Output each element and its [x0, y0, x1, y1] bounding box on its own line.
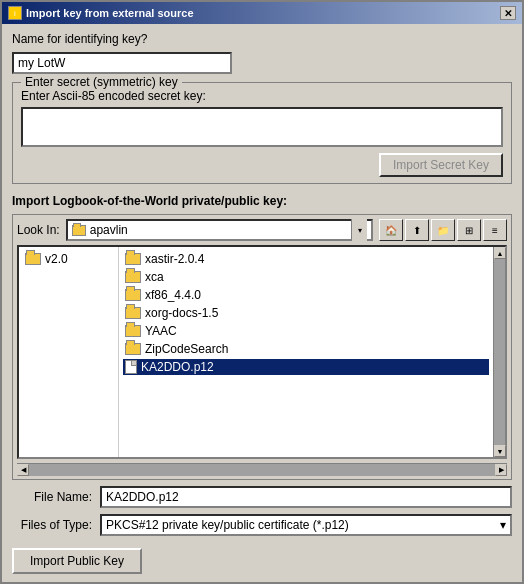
scroll-left-button[interactable]: ◀	[17, 464, 29, 476]
files-of-type-label: Files of Type:	[12, 518, 92, 532]
file-name-row: File Name:	[12, 486, 512, 508]
list-item[interactable]: xf86_4.4.0	[123, 287, 489, 303]
scroll-right-button[interactable]: ▶	[495, 464, 507, 476]
h-scroll-track	[29, 464, 495, 476]
file-browser: Look In: apavlin ▾ 🏠 ⬆ 📁 ⊞ ≡	[12, 214, 512, 480]
file-right-col: xastir-2.0.4 xca xf86_4.4.0 xorg-do	[119, 247, 493, 457]
file-name-input[interactable]	[100, 486, 512, 508]
look-in-label: Look In:	[17, 223, 60, 237]
main-window: i Import key from external source ✕ Name…	[0, 0, 524, 584]
scroll-down-button[interactable]: ▼	[494, 445, 506, 457]
file-left-col: v2.0	[19, 247, 119, 457]
list-item[interactable]: v2.0	[23, 251, 114, 267]
secret-key-input[interactable]	[21, 107, 503, 147]
list-item-selected[interactable]: KA2DDO.p12	[123, 359, 489, 375]
grid-view-button[interactable]: ⊞	[457, 219, 481, 241]
file-list-container: v2.0 xastir-2.0.4 xca	[17, 245, 507, 459]
list-item[interactable]: YAAC	[123, 323, 489, 339]
look-in-select[interactable]: apavlin ▾	[66, 219, 373, 241]
window-icon: i	[8, 6, 22, 20]
folder-icon-sm	[72, 225, 86, 236]
import-public-button[interactable]: Import Public Key	[12, 548, 142, 574]
list-view-button[interactable]: ≡	[483, 219, 507, 241]
look-in-value: apavlin	[90, 223, 128, 237]
list-item[interactable]: xastir-2.0.4	[123, 251, 489, 267]
file-icon	[125, 360, 137, 374]
files-of-type-row: Files of Type: PKCS#12 private key/publi…	[12, 514, 512, 536]
secret-group-label: Enter secret (symmetric) key	[21, 75, 182, 89]
secret-key-group: Enter secret (symmetric) key Enter Ascii…	[12, 82, 512, 184]
folder-icon	[125, 271, 141, 283]
files-of-type-select[interactable]: PKCS#12 private key/public certificate (…	[100, 514, 512, 536]
folder-icon	[25, 253, 41, 265]
up-button[interactable]: ⬆	[405, 219, 429, 241]
private-public-label: Import Logbook-of-the-World private/publ…	[12, 194, 512, 208]
vertical-scrollbar[interactable]: ▲ ▼	[493, 247, 505, 457]
content-area: Name for identifying key? Enter secret (…	[2, 24, 522, 544]
folder-icon	[125, 289, 141, 301]
toolbar-icons: 🏠 ⬆ 📁 ⊞ ≡	[379, 219, 507, 241]
scroll-track	[494, 259, 505, 445]
folder-icon	[125, 253, 141, 265]
files-of-type-value: PKCS#12 private key/public certificate (…	[106, 518, 349, 532]
files-of-type-arrow[interactable]: ▾	[500, 518, 506, 532]
window-title: Import key from external source	[26, 7, 194, 19]
ascii-label: Enter Ascii-85 encoded secret key:	[21, 89, 503, 103]
scroll-up-button[interactable]: ▲	[494, 247, 506, 259]
import-secret-button[interactable]: Import Secret Key	[379, 153, 503, 177]
horizontal-scrollbar[interactable]: ◀ ▶	[17, 463, 507, 475]
home-button[interactable]: 🏠	[379, 219, 403, 241]
file-name-label: File Name:	[12, 490, 92, 504]
list-item[interactable]: xorg-docs-1.5	[123, 305, 489, 321]
bottom-buttons: Import Public Key	[2, 544, 522, 582]
name-label: Name for identifying key?	[12, 32, 512, 46]
look-in-dropdown-arrow[interactable]: ▾	[351, 219, 367, 241]
folder-icon	[125, 343, 141, 355]
list-item[interactable]: ZipCodeSearch	[123, 341, 489, 357]
name-input[interactable]	[12, 52, 232, 74]
folder-icon	[125, 325, 141, 337]
titlebar: i Import key from external source ✕	[2, 2, 522, 24]
look-in-row: Look In: apavlin ▾ 🏠 ⬆ 📁 ⊞ ≡	[17, 219, 507, 241]
folder-icon	[125, 307, 141, 319]
list-item[interactable]: xca	[123, 269, 489, 285]
new-folder-button[interactable]: 📁	[431, 219, 455, 241]
close-button[interactable]: ✕	[500, 6, 516, 20]
